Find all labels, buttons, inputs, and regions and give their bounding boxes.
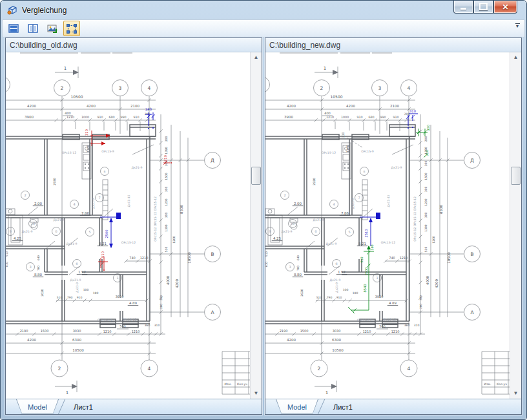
svg-text:2: 2 [320,85,324,91]
svg-text:в: в [364,169,366,173]
svg-text:4200: 4200 [287,104,296,108]
svg-text:В: В [470,251,473,257]
svg-text:2: 2 [58,366,61,372]
maximize-button[interactable] [473,1,493,14]
svg-text:4: 4 [148,85,151,91]
title-bar[interactable]: Vergleichung ✕ [1,1,526,19]
file-path-header-old: C:\building_old.dwg [6,38,262,52]
svg-text:2190: 2190 [280,329,288,333]
svg-text:910: 910 [336,296,342,299]
svg-text:2930: 2930 [313,178,316,185]
scrollbar-track[interactable] [510,63,521,388]
svg-text:300: 300 [424,161,428,167]
tab-model[interactable]: Model [16,399,59,414]
svg-text:1210: 1210 [363,330,371,333]
vertical-scrollbar-old[interactable]: ▲ ▼ [250,52,262,399]
svg-text:Кол.уч: Кол.уч [237,383,247,386]
svg-text:2: 2 [284,193,285,197]
svg-text:310: 310 [154,324,160,327]
split-vertical-button[interactable] [25,21,41,36]
svg-text:ОРс15-12 ОРс15-12 ОРс15-12: ОРс15-12 ОРс15-12 ОРс15-12 [413,196,417,242]
svg-text:Дк21-9: Дк21-9 [313,218,324,222]
svg-text:100: 100 [83,288,89,291]
zoom-selection-button[interactable] [63,21,80,36]
tab-list1[interactable]: Лист1 [324,399,362,414]
svg-text:ОРс15-9: ОРс15-9 [361,150,373,153]
svg-text:1210: 1210 [391,330,400,333]
scroll-up-button[interactable]: ▲ [510,52,521,63]
svg-text:4200: 4200 [27,104,36,108]
svg-text:4000: 4000 [166,276,170,285]
svg-text:4.25: 4.25 [273,236,282,240]
svg-text:990: 990 [120,116,126,119]
svg-text:б: б [55,229,57,233]
scrollbar-thumb[interactable] [511,167,521,185]
svg-text:700: 700 [296,266,300,271]
svg-text:300: 300 [424,187,428,193]
svg-text:2020: 2020 [41,289,44,297]
svg-text:4: 4 [333,202,335,206]
svg-text:б: б [315,229,316,233]
svg-text:9: 9 [9,229,11,233]
export-image-button[interactable] [44,21,61,36]
svg-text:510: 510 [316,296,322,299]
svg-text:ОРс15-12: ОРс15-12 [322,151,336,154]
compare-panel-new: C:\building_new.dwg 11234ДВА241050042004… [265,37,522,415]
close-button[interactable]: ✕ [493,1,517,14]
svg-text:210: 210 [163,155,167,162]
close-icon: ✕ [502,3,508,11]
svg-text:990: 990 [380,116,386,119]
svg-text:3920: 3920 [375,295,384,299]
svg-text:ОРс15-12: ОРс15-12 [98,319,112,322]
split-horizontal-button[interactable] [5,21,22,36]
svg-text:4.89: 4.89 [389,301,397,305]
svg-text:8300: 8300 [180,205,183,214]
svg-text:7: 7 [98,196,100,200]
drawing-viewport-old[interactable]: 11234ДВА24105004200420021004003900121010… [6,52,250,399]
svg-text:Изм.: Изм. [484,383,491,386]
tab-list1[interactable]: Лист1 [65,399,102,414]
app-cube-icon [6,5,18,16]
tab-model[interactable]: Model [276,399,318,414]
scroll-down-button[interactable]: ▼ [510,388,521,399]
svg-text:300: 300 [165,213,168,218]
svg-text:ОРс15-12 ОРс15-12 ОРс15-12: ОРс15-12 ОРс15-12 ОРс15-12 [154,196,157,242]
compare-area: C:\building_old.dwg 11234ДВА241050042004… [5,37,522,415]
toolbar-overflow-button[interactable]: ▾ [513,23,521,28]
svg-text:А: А [470,310,474,315]
vertical-scrollbar-new[interactable]: ▲ ▼ [510,52,521,399]
svg-text:2.00: 2.00 [34,202,43,205]
svg-text:8.80: 8.80 [34,273,43,277]
svg-text:310: 310 [414,324,420,327]
window-title: Vergleichung [22,6,67,15]
svg-text:3: 3 [378,85,382,91]
svg-text:ДкС1-15: ДкС1-15 [127,194,130,207]
scroll-down-button[interactable]: ▼ [251,388,262,399]
svg-text:5: 5 [348,230,350,234]
svg-text:360: 360 [160,295,163,300]
minimize-button[interactable] [453,1,473,14]
svg-text:10500: 10500 [332,348,344,352]
svg-text:10500: 10500 [70,94,83,99]
svg-text:Кол.уч: Кол.уч [497,383,507,386]
svg-text:610: 610 [265,262,268,267]
svg-text:310: 310 [409,109,416,113]
svg-text:Дк21-9: Дк21-9 [76,282,79,293]
scrollbar-track[interactable] [251,63,262,388]
scrollbar-thumb[interactable] [251,167,261,185]
toolbar: ▾ [2,19,525,37]
svg-text:1200: 1200 [424,198,428,206]
svg-text:Дк21-9: Дк21-9 [282,230,293,233]
svg-text:1300: 1300 [424,224,428,232]
drawing-viewport-new[interactable]: 11234ДВА24105004200420021004003900121010… [265,52,510,399]
svg-text:6300: 6300 [72,338,81,342]
scroll-up-button[interactable]: ▲ [251,52,262,63]
svg-text:910: 910 [133,116,139,119]
svg-text:Д: Д [470,158,474,163]
split-horizontal-icon [8,24,19,33]
svg-text:10: 10 [291,222,294,226]
svg-text:9: 9 [269,229,271,233]
svg-text:1: 1 [326,390,328,395]
svg-text:500: 500 [119,324,126,328]
svg-text:ОРс15-12: ОРс15-12 [122,318,136,321]
